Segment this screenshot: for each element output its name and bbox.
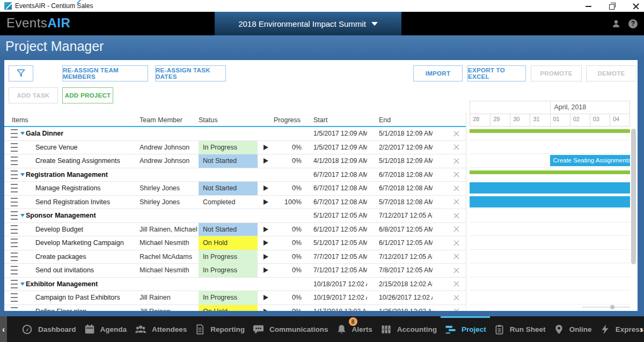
column-header-status[interactable]: Status	[199, 116, 258, 124]
export-to-excel-button[interactable]: EXPORT TO EXCEL	[467, 65, 526, 81]
status-cell[interactable]	[199, 209, 258, 222]
reassign-team-members-button[interactable]: RE-ASSIGN TEAM MEMBERS	[62, 65, 148, 81]
help-icon[interactable]: ?	[628, 19, 638, 28]
play-icon[interactable]	[264, 295, 268, 300]
restore-icon[interactable]	[609, 2, 616, 10]
drag-handle-icon[interactable]	[11, 129, 18, 138]
collapse-caret-icon[interactable]	[20, 282, 25, 286]
gantt-bar[interactable]	[470, 196, 630, 207]
gantt-lane	[470, 168, 630, 182]
status-cell[interactable]	[199, 127, 258, 140]
play-icon[interactable]	[264, 240, 268, 246]
add-task-button[interactable]: ADD TASK	[9, 87, 58, 103]
gantt-bar[interactable]	[470, 129, 630, 133]
status-cell[interactable]	[199, 278, 258, 291]
status-cell[interactable]: On Hold	[199, 305, 258, 311]
status-cell[interactable]: In Progress	[199, 291, 258, 304]
nav-item-alerts[interactable]: Alerts 8	[336, 316, 372, 342]
delete-icon[interactable]	[453, 213, 459, 219]
reassign-task-dates-button[interactable]: RE-ASSIGN TASK DATES	[155, 65, 226, 81]
delete-icon[interactable]	[453, 185, 459, 191]
delete-icon[interactable]	[453, 308, 459, 311]
nav-item-online[interactable]: Online	[553, 316, 592, 342]
table-row: Send Registration Invites Shirley Jones …	[4, 196, 466, 210]
collapse-caret-icon[interactable]	[20, 173, 25, 176]
column-header-team-member[interactable]: Team Member	[140, 116, 199, 124]
drag-handle-icon[interactable]	[11, 280, 18, 288]
play-icon[interactable]	[264, 145, 268, 150]
delete-icon[interactable]	[453, 240, 459, 246]
nav-item-reporting[interactable]: Reporting	[194, 316, 245, 342]
nav-item-agenda[interactable]: Agenda	[84, 316, 127, 342]
delete-icon[interactable]	[453, 281, 459, 287]
minimize-icon[interactable]	[585, 2, 592, 10]
delete-icon[interactable]	[453, 254, 459, 259]
column-header-progress[interactable]: Progress	[274, 116, 302, 124]
user-icon[interactable]	[611, 19, 621, 28]
delete-icon[interactable]	[453, 144, 459, 150]
play-icon[interactable]	[264, 185, 268, 191]
nav-item-dashboard[interactable]: Dashboard	[21, 316, 76, 342]
status-cell[interactable]: In Progress	[199, 250, 258, 264]
status-cell[interactable]: In Progress	[199, 141, 258, 154]
nav-scroll-right[interactable]: ›	[640, 316, 643, 342]
delete-icon[interactable]	[453, 295, 459, 301]
drag-handle-icon[interactable]	[11, 307, 18, 311]
delete-icon[interactable]	[453, 199, 459, 205]
nav-scroll-left[interactable]: ‹	[0, 316, 7, 342]
delete-icon[interactable]	[453, 226, 459, 232]
gantt-horizontal-scrollbar[interactable]	[610, 305, 614, 309]
collapse-caret-icon[interactable]	[20, 132, 25, 135]
column-header-start[interactable]: Start	[302, 116, 367, 124]
nav-item-run-sheet[interactable]: Run Sheet	[494, 316, 546, 342]
play-icon[interactable]	[264, 158, 268, 163]
event-selector[interactable]: 2018 Environmental Impact Summit	[215, 12, 401, 35]
play-icon[interactable]	[264, 227, 268, 232]
delete-icon[interactable]	[453, 158, 459, 164]
status-cell[interactable]: On Hold	[199, 236, 258, 250]
drag-handle-icon[interactable]	[11, 225, 18, 234]
drag-handle-icon[interactable]	[11, 252, 18, 261]
nav-item-express-action[interactable]: Express Action	[599, 316, 644, 342]
delete-icon[interactable]	[453, 131, 459, 137]
gantt-bar[interactable]	[470, 170, 630, 174]
status-cell[interactable]: Not Started	[199, 154, 258, 168]
play-icon[interactable]	[264, 254, 268, 259]
status-cell[interactable]: Completed	[199, 196, 258, 209]
promote-button[interactable]: PROMOTE	[531, 65, 582, 81]
delete-icon[interactable]	[453, 267, 459, 273]
filter-button[interactable]	[9, 65, 33, 81]
nav-item-project[interactable]: Project	[444, 316, 486, 342]
gantt-vertical-scrollbar[interactable]	[631, 129, 636, 264]
collapse-caret-icon[interactable]	[20, 214, 25, 217]
drag-handle-icon[interactable]	[11, 157, 18, 165]
play-icon[interactable]	[264, 267, 268, 273]
nav-item-communications[interactable]: Communications	[252, 316, 328, 342]
gantt-bar[interactable]	[470, 182, 630, 194]
drag-handle-icon[interactable]	[11, 184, 18, 192]
drag-handle-icon[interactable]	[11, 266, 18, 274]
play-icon[interactable]	[264, 199, 268, 205]
drag-handle-icon[interactable]	[11, 170, 18, 179]
add-project-button[interactable]: ADD PROJECT	[62, 87, 113, 103]
nav-item-attendees[interactable]: Attendees	[134, 316, 187, 342]
row-handle-cell	[4, 225, 25, 234]
drag-handle-icon[interactable]	[11, 293, 18, 302]
column-header-end[interactable]: End	[367, 116, 433, 124]
drag-handle-icon[interactable]	[11, 239, 18, 247]
status-cell[interactable]	[199, 168, 258, 182]
import-button[interactable]: IMPORT	[413, 65, 463, 81]
close-icon[interactable]	[632, 2, 640, 10]
gantt-bar[interactable]: Create Seating Assignments	[550, 155, 631, 166]
play-icon[interactable]	[264, 309, 268, 311]
drag-handle-icon[interactable]	[11, 198, 18, 206]
drag-handle-icon[interactable]	[11, 143, 18, 152]
status-cell[interactable]: Not Started	[199, 223, 258, 236]
delete-icon[interactable]	[453, 172, 459, 177]
column-header-items[interactable]: Items	[4, 116, 140, 124]
status-cell[interactable]: Not Started	[199, 182, 258, 195]
demote-button[interactable]: DEMOTE	[586, 65, 636, 81]
status-cell[interactable]: In Progress	[199, 264, 258, 277]
nav-item-accounting[interactable]: Accounting	[380, 316, 437, 342]
drag-handle-icon[interactable]	[11, 211, 18, 220]
